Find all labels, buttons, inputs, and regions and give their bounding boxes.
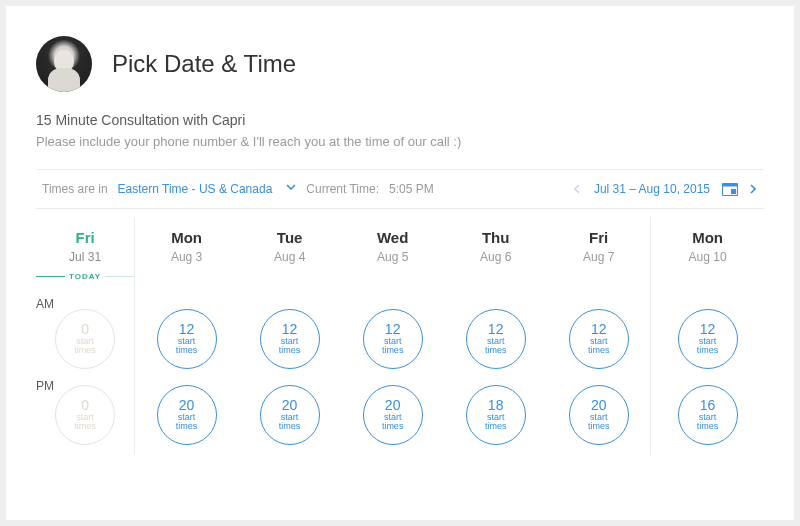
- day-slot-column: 12starttimes18starttimes: [444, 291, 547, 455]
- day-date: Aug 6: [444, 250, 547, 264]
- slot-count: 18: [488, 398, 504, 413]
- slot-count: 20: [385, 398, 401, 413]
- date-range-label: Jul 31 – Aug 10, 2015: [594, 182, 710, 196]
- am-slot-button[interactable]: 12starttimes: [678, 309, 738, 369]
- timezone-left: Times are in Eastern Time - US & Canada …: [42, 182, 434, 196]
- current-time-label: Current Time:: [306, 182, 379, 196]
- pm-slot-button[interactable]: 18starttimes: [466, 385, 526, 445]
- slot-count: 20: [179, 398, 195, 413]
- slot-label: starttimes: [588, 337, 610, 356]
- host-avatar: [36, 36, 92, 92]
- slot-label: starttimes: [279, 413, 301, 432]
- page-title: Pick Date & Time: [112, 50, 296, 78]
- day-slot-column: 12starttimes20starttimes: [238, 291, 341, 455]
- timezone-bar: Times are in Eastern Time - US & Canada …: [36, 169, 764, 209]
- slot-count: 12: [385, 322, 401, 337]
- slot-label: starttimes: [382, 413, 404, 432]
- pm-slot-button: 0starttimes: [55, 385, 115, 445]
- next-week-button[interactable]: [750, 183, 758, 195]
- pm-label: PM: [36, 379, 54, 393]
- timezone-prefix: Times are in: [42, 182, 108, 196]
- day-header: FriAug 7: [547, 217, 650, 291]
- slot-label: starttimes: [382, 337, 404, 356]
- pm-slot-button[interactable]: 16starttimes: [678, 385, 738, 445]
- day-slot-column: 12starttimes16starttimes: [650, 291, 764, 455]
- day-name: Wed: [341, 229, 444, 246]
- am-slot-button[interactable]: 12starttimes: [260, 309, 320, 369]
- day-header: TueAug 4: [238, 217, 341, 291]
- pm-slot-button[interactable]: 20starttimes: [260, 385, 320, 445]
- pm-slot-button[interactable]: 20starttimes: [157, 385, 217, 445]
- am-slot-button[interactable]: 12starttimes: [363, 309, 423, 369]
- slot-label: starttimes: [279, 337, 301, 356]
- event-subtitle: 15 Minute Consultation with Capri: [36, 112, 764, 128]
- am-slot-button[interactable]: 12starttimes: [157, 309, 217, 369]
- today-marker: TODAY: [36, 272, 134, 281]
- slot-count: 0: [81, 322, 89, 337]
- am-slot-button[interactable]: 12starttimes: [466, 309, 526, 369]
- timezone-name: Eastern Time - US & Canada: [118, 182, 273, 196]
- slot-label: starttimes: [485, 413, 507, 432]
- day-date: Aug 4: [238, 250, 341, 264]
- am-label: AM: [36, 297, 54, 311]
- current-time-value: 5:05 PM: [389, 182, 434, 196]
- chevron-down-icon: [286, 184, 296, 194]
- day-date: Jul 31: [36, 250, 134, 264]
- slot-label: starttimes: [176, 337, 198, 356]
- svg-rect-1: [723, 184, 738, 187]
- slot-count: 12: [282, 322, 298, 337]
- am-slot-button[interactable]: 12starttimes: [569, 309, 629, 369]
- scheduler-card: Pick Date & Time 15 Minute Consultation …: [6, 6, 794, 520]
- date-nav: Jul 31 – Aug 10, 2015: [574, 182, 758, 196]
- day-name: Fri: [36, 229, 134, 246]
- slot-label: starttimes: [176, 413, 198, 432]
- day-slot-column: 12starttimes20starttimes: [134, 291, 238, 455]
- day-slot-column: 12starttimes20starttimes: [341, 291, 444, 455]
- time-slot-grid: AM PM 0starttimes0starttimes12starttimes…: [36, 291, 764, 455]
- day-header: WedAug 5: [341, 217, 444, 291]
- day-slot-column: 12starttimes20starttimes: [547, 291, 650, 455]
- calendar-icon[interactable]: [722, 182, 738, 196]
- header: Pick Date & Time: [36, 36, 764, 92]
- day-header: MonAug 10: [650, 217, 764, 291]
- slot-count: 20: [591, 398, 607, 413]
- day-name: Mon: [651, 229, 764, 246]
- slot-label: starttimes: [588, 413, 610, 432]
- slot-label: starttimes: [74, 337, 96, 356]
- pm-slot-button[interactable]: 20starttimes: [569, 385, 629, 445]
- slot-count: 12: [179, 322, 195, 337]
- slot-label: starttimes: [74, 413, 96, 432]
- timezone-selector[interactable]: Eastern Time - US & Canada: [118, 182, 297, 196]
- slot-count: 12: [591, 322, 607, 337]
- day-date: Aug 5: [341, 250, 444, 264]
- pm-slot-button[interactable]: 20starttimes: [363, 385, 423, 445]
- day-name: Mon: [135, 229, 238, 246]
- day-name: Thu: [444, 229, 547, 246]
- day-header: MonAug 3: [134, 217, 238, 291]
- day-headers: FriJul 31TODAYMonAug 3TueAug 4WedAug 5Th…: [36, 217, 764, 291]
- day-name: Fri: [547, 229, 650, 246]
- slot-count: 0: [81, 398, 89, 413]
- day-header: ThuAug 6: [444, 217, 547, 291]
- day-slot-column: 0starttimes0starttimes: [36, 291, 134, 455]
- prev-week-button[interactable]: [574, 183, 582, 195]
- day-date: Aug 3: [135, 250, 238, 264]
- slot-label: starttimes: [485, 337, 507, 356]
- event-description: Please include your phone number & I'll …: [36, 134, 764, 149]
- slot-count: 12: [488, 322, 504, 337]
- slot-label: starttimes: [697, 413, 719, 432]
- outer-frame: Pick Date & Time 15 Minute Consultation …: [0, 0, 800, 526]
- slot-count: 16: [700, 398, 716, 413]
- slot-label: starttimes: [697, 337, 719, 356]
- day-header: FriJul 31TODAY: [36, 217, 134, 291]
- svg-rect-2: [731, 189, 736, 194]
- slot-count: 12: [700, 322, 716, 337]
- am-slot-button: 0starttimes: [55, 309, 115, 369]
- day-date: Aug 7: [547, 250, 650, 264]
- day-date: Aug 10: [651, 250, 764, 264]
- day-name: Tue: [238, 229, 341, 246]
- slot-count: 20: [282, 398, 298, 413]
